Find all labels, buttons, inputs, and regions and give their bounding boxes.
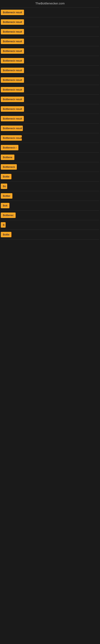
list-item[interactable]: Bottlenec (1, 210, 99, 220)
bottleneck-badge[interactable]: Bottle (1, 232, 11, 237)
bottleneck-badge[interactable]: Bottleneck result (1, 126, 23, 131)
list-item[interactable]: B (1, 220, 99, 230)
bottleneck-badge[interactable]: Bottleneck result (1, 68, 24, 73)
page-container: TheBottlenecker.com Bottleneck resultBot… (0, 0, 100, 240)
list-item[interactable]: Bottleneck result (1, 124, 99, 133)
list-item[interactable]: Bottleneck result (1, 17, 99, 27)
bottleneck-badge[interactable]: Bottleneck result (1, 29, 24, 34)
list-item[interactable]: Bottle (1, 230, 99, 239)
site-title: TheBottlenecker.com (0, 0, 100, 8)
list-item[interactable]: Bottler (1, 191, 99, 201)
list-item[interactable]: Bottlene (1, 152, 99, 162)
list-item[interactable]: Bottleneck r (1, 143, 99, 152)
bottleneck-badge[interactable]: Bottleneck result (1, 116, 24, 121)
bottleneck-badge[interactable]: Bo (1, 184, 7, 189)
list-item[interactable]: Bottleneck (1, 162, 99, 172)
list-item[interactable]: Bottle (1, 172, 99, 181)
bottleneck-badge[interactable]: Bottle (1, 174, 11, 179)
list-item[interactable]: Bottleneck result (1, 37, 99, 46)
bottleneck-badge[interactable]: Bottleneck result (1, 58, 24, 64)
list-item[interactable]: Bottleneck result (1, 8, 99, 17)
bottleneck-badge[interactable]: Bottleneck result (1, 10, 24, 15)
list-item[interactable]: Bottleneck result (1, 104, 99, 114)
bottleneck-badge[interactable]: Bottlene (1, 154, 14, 160)
bottleneck-badge[interactable]: Bottleneck result (1, 48, 24, 54)
list-item[interactable]: Bottleneck result (1, 27, 99, 36)
divider (1, 239, 99, 240)
list-item[interactable]: Bottleneck result (1, 75, 99, 85)
list-item[interactable]: Bott (1, 201, 99, 210)
bottleneck-badge[interactable]: Bottleneck result (1, 87, 24, 92)
bottleneck-badge[interactable]: Bottleneck r (1, 145, 18, 150)
bottleneck-badge[interactable]: Bottleneck result (1, 77, 24, 83)
list-item[interactable]: Bottleneck result (1, 114, 99, 123)
bottleneck-badge[interactable]: Bottleneck result (1, 96, 24, 102)
bottleneck-badge[interactable]: Bottleneck result (1, 39, 24, 44)
bottleneck-badge[interactable]: Bottleneck result (1, 106, 24, 112)
bottleneck-badge[interactable]: Bottleneck result (1, 19, 24, 25)
bottleneck-badge[interactable]: Bott (1, 203, 9, 208)
list-item[interactable]: Bottleneck result (1, 66, 99, 75)
bottleneck-badge[interactable]: Bottlenec (1, 212, 16, 218)
bottleneck-badge[interactable]: B (1, 222, 6, 228)
list-item[interactable]: Bottleneck result (1, 85, 99, 94)
bottleneck-badge[interactable]: Bottleneck result (1, 135, 22, 141)
bottleneck-badge[interactable]: Bottler (1, 193, 12, 199)
list-item[interactable]: Bottleneck result (1, 94, 99, 104)
list-item[interactable]: Bottleneck result (1, 56, 99, 66)
list-item[interactable]: Bo (1, 182, 99, 191)
bottleneck-badge[interactable]: Bottleneck (1, 164, 17, 170)
list-item[interactable]: Bottleneck result (1, 46, 99, 56)
list-item[interactable]: Bottleneck result (1, 133, 99, 143)
items-container: Bottleneck resultBottleneck resultBottle… (0, 8, 100, 240)
